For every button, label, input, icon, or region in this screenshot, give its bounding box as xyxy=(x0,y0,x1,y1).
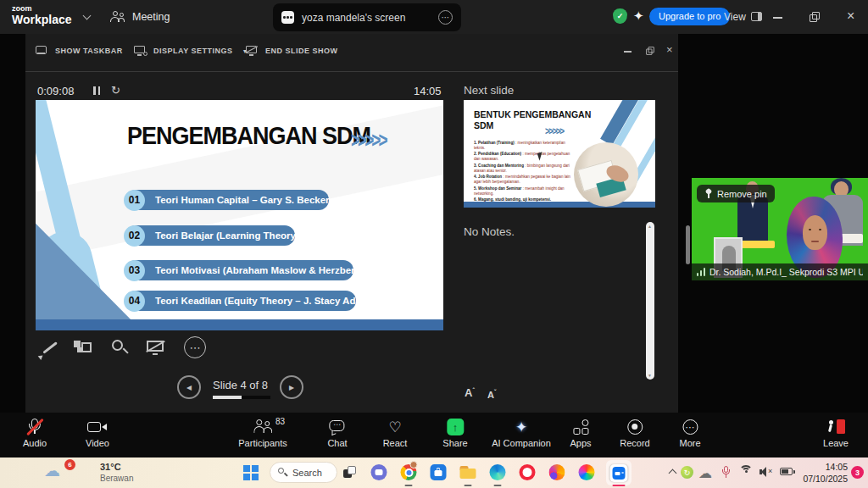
leave-button[interactable]: Leave xyxy=(823,419,849,448)
presenter-minimize-button[interactable] xyxy=(624,51,632,53)
next-slide-thumbnail[interactable]: BENTUK PENGEMBANGAN SDM >>>>> 1. Pelatih… xyxy=(464,100,655,208)
cloud-icon: ☁ xyxy=(44,463,60,479)
browser-icon[interactable] xyxy=(579,464,595,480)
view-button[interactable]: View xyxy=(724,11,746,23)
pause-timer-button[interactable] xyxy=(93,86,100,95)
notes-scrollbar[interactable]: ▲ ▼ xyxy=(646,222,654,380)
react-button[interactable]: ♡ React xyxy=(383,419,408,448)
window-restore-button[interactable] xyxy=(810,12,820,22)
slide-progress-bar xyxy=(213,396,270,399)
weather-badge: 6 xyxy=(64,459,75,470)
next-slide-label: Next slide xyxy=(464,84,514,97)
taskbar-search[interactable]: Search xyxy=(270,462,337,483)
black-screen-button[interactable] xyxy=(147,338,169,360)
record-button[interactable]: Record xyxy=(620,419,649,448)
opera-icon[interactable] xyxy=(520,464,536,480)
onedrive-icon[interactable]: ☁ xyxy=(698,464,712,483)
presenter-restore-button[interactable] xyxy=(646,47,654,55)
participants-button[interactable]: 83 Participants xyxy=(238,419,287,448)
scroll-down-icon[interactable]: ▼ xyxy=(648,373,652,378)
tab-meeting[interactable]: Meeting xyxy=(110,0,170,34)
audio-button[interactable]: Audio xyxy=(23,419,47,448)
teams-chat-icon[interactable] xyxy=(371,464,387,480)
item-number: 04 xyxy=(124,291,145,312)
remove-pin-button[interactable]: Remove pin xyxy=(697,185,775,202)
screen-share-icon xyxy=(281,11,294,24)
apps-label: Apps xyxy=(570,438,591,448)
restart-timer-button[interactable]: ↻ xyxy=(111,84,120,97)
windows-taskbar: ☁ 6 31°C Berawan Search ↻ ☁ × 1 xyxy=(0,458,868,488)
presenter-close-button[interactable]: × xyxy=(666,43,673,56)
clock-widget[interactable]: 14:05 07/10/2025 xyxy=(800,462,848,485)
window-close-button[interactable]: × xyxy=(847,9,854,23)
ai-companion-button[interactable]: ✦ AI Companion xyxy=(492,419,551,448)
meeting-people-icon xyxy=(110,11,125,23)
file-explorer-icon[interactable] xyxy=(460,464,476,480)
item-label: 5. Workshop dan Seminar xyxy=(474,186,521,191)
open-app-indicator xyxy=(405,485,413,487)
ai-sparkle-icon[interactable]: ✦ xyxy=(633,9,644,22)
previous-slide-button[interactable]: ◂ xyxy=(177,375,201,399)
slide-progress-fill xyxy=(213,396,242,399)
tab-shared-screen[interactable]: yoza mandela's screen ⋯ xyxy=(273,3,461,31)
video-panel-drag-handle[interactable] xyxy=(686,225,690,264)
firefox-icon[interactable] xyxy=(549,464,565,480)
start-button[interactable] xyxy=(243,465,258,480)
video-button[interactable]: Video xyxy=(86,419,109,448)
slide-counter: Slide 4 of 8 xyxy=(213,379,268,391)
security-shield-icon[interactable]: ✓ xyxy=(613,8,627,24)
battery-icon[interactable] xyxy=(780,468,794,475)
logo-workplace-text: Workplace xyxy=(12,13,72,26)
more-button[interactable]: ⋯ More xyxy=(679,419,700,448)
search-label: Search xyxy=(292,468,322,478)
notification-badge[interactable]: 3 xyxy=(851,466,864,479)
muted-speaker-icon[interactable]: × xyxy=(760,467,775,477)
next-slide-chevrons: >>>>> xyxy=(545,125,564,136)
item-label: 3. Coaching dan Mentoring xyxy=(474,164,524,168)
current-slide[interactable]: PENGEMBANGAN SDM >>>>> 01 Teori Human Ca… xyxy=(36,100,443,330)
taskbar-icon xyxy=(36,46,47,56)
open-app-indicator xyxy=(494,485,502,487)
more-slideshow-options-button[interactable]: ⋯ xyxy=(184,336,206,358)
wifi-icon[interactable] xyxy=(739,465,753,479)
zoom-app-icon[interactable] xyxy=(610,464,628,482)
show-taskbar-button[interactable]: SHOW TASKBAR xyxy=(36,46,123,56)
sync-tray-icon[interactable]: ↻ xyxy=(681,466,693,479)
end-slide-show-label: END SLIDE SHOW xyxy=(265,47,338,55)
shared-screen-tab-label: yoza mandela's screen xyxy=(302,12,431,24)
chevron-down-icon[interactable] xyxy=(83,12,92,20)
list-item: 4. Job Rotation : memindahkan pegawai ke… xyxy=(474,175,574,185)
chrome-icon[interactable] xyxy=(401,464,417,480)
next-slide-button[interactable]: ▸ xyxy=(280,375,303,399)
chat-button[interactable]: ⋯ Chat xyxy=(327,419,347,448)
window-minimize-button[interactable] xyxy=(773,17,782,19)
hidden-icons-caret[interactable] xyxy=(669,469,677,478)
upgrade-to-pro-button[interactable]: Upgrade to pro xyxy=(649,8,730,25)
task-view-button[interactable] xyxy=(343,466,356,479)
more-icon: ⋯ xyxy=(682,419,698,435)
decrease-font-button[interactable]: Aˇ xyxy=(487,389,496,400)
increase-font-button[interactable]: Aˆ xyxy=(465,386,475,399)
zoom-slide-button[interactable] xyxy=(110,338,132,360)
next-slide-title-line2: SDM xyxy=(474,120,591,131)
slide-sorter-button[interactable] xyxy=(74,338,96,360)
end-slide-show-button[interactable]: END SLIDE SHOW xyxy=(246,46,338,56)
microsoft-store-icon[interactable] xyxy=(431,464,447,480)
view-layout-icon[interactable] xyxy=(751,12,762,21)
pen-tool-button[interactable] xyxy=(38,338,60,360)
scroll-up-icon[interactable]: ▲ xyxy=(648,224,652,229)
edge-icon[interactable] xyxy=(490,464,506,480)
share-label: Share xyxy=(442,438,467,448)
pinned-participant-video[interactable]: Remove pin Dr. Sodiah, M.Pd.I_ Sekprodi … xyxy=(692,178,868,280)
tab-options-icon[interactable]: ⋯ xyxy=(438,10,453,25)
display-settings-button[interactable]: DISPLAY SETTINGS ▼ xyxy=(134,46,248,56)
apps-icon xyxy=(573,419,588,435)
weather-widget[interactable]: ☁ 6 31°C Berawan xyxy=(44,459,154,486)
caret-down-icon: ˇ xyxy=(494,389,496,395)
share-button[interactable]: ↑ Share xyxy=(442,419,467,448)
caret-up-icon: ˆ xyxy=(472,387,474,393)
slide-list-item: 01 Teori Human Capital – Gary S. Becker xyxy=(125,190,329,210)
list-item: 2. Pendidikan (Education) : memperluas p… xyxy=(474,152,574,162)
apps-button[interactable]: Apps xyxy=(570,419,591,448)
mic-tray-icon[interactable] xyxy=(721,466,732,480)
